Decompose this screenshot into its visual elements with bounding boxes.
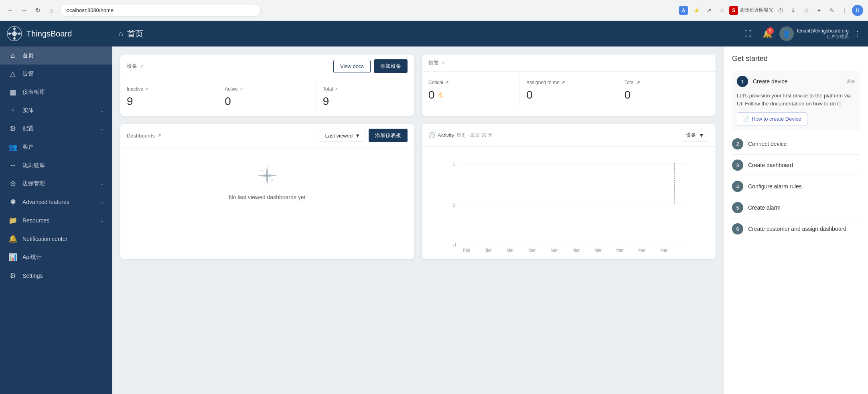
sidebar-item-dashboard[interactable]: ▦ 仪表板库 (0, 83, 112, 101)
edit-icon[interactable]: ✎ (826, 5, 838, 16)
active-arrow[interactable]: ↗ (239, 87, 243, 91)
clock-icon[interactable]: ⏱ (775, 5, 786, 16)
content-area: 设备 ↗ View docs 添加设备 Inactive ↗ (112, 46, 724, 394)
activity-chart-svg: 1 0 -1 Feb 29 Mar (428, 153, 709, 253)
step-3-item[interactable]: 3 Create dashboard (732, 155, 860, 176)
user-info[interactable]: 👤 tenant@thingsboard.org 租户管理员 (779, 26, 849, 41)
sidebar-item-resources[interactable]: 📁 Resources ⌄ (0, 211, 112, 230)
step-2-item[interactable]: 2 Connect device (732, 133, 860, 155)
sidebar-item-label: Resources (22, 217, 95, 224)
notification-button[interactable]: 🔔 9 (760, 26, 775, 41)
last-viewed-dropdown[interactable]: Last viewed ▼ (320, 130, 365, 141)
assigned-arrow[interactable]: ↗ (561, 80, 565, 85)
extensions-icon[interactable]: ✦ (813, 5, 825, 16)
inactive-arrow[interactable]: ↗ (145, 87, 148, 91)
sidebar-item-notification[interactable]: 🔔 Notification center (0, 230, 112, 248)
sidebar-item-edge[interactable]: ⊝ 边缘管理 ⌄ (0, 174, 112, 193)
chrome-user-avatar[interactable]: U (852, 5, 863, 16)
activity-title: 🕐 Activity 历史 · 最后 30 天 (428, 132, 493, 139)
rule-icon: ↔ (8, 161, 18, 170)
svg-text:0: 0 (453, 203, 455, 208)
dashboard-title-arrow[interactable]: ↗ (157, 133, 161, 138)
activity-card: 🕐 Activity 历史 · 最后 30 天 设备 ▼ 1 (422, 124, 716, 259)
content-grid: 设备 ↗ View docs 添加设备 Inactive ↗ (120, 55, 716, 259)
share-icon[interactable]: ⇗ (704, 5, 715, 16)
activity-card-header: 🕐 Activity 历史 · 最后 30 天 设备 ▼ (422, 124, 716, 147)
bookmark-icon[interactable]: ☆ (801, 5, 812, 16)
download-icon[interactable]: ⇓ (788, 5, 799, 16)
svg-marker-7 (266, 176, 268, 186)
svg-point-4 (8, 32, 11, 35)
svg-point-3 (13, 37, 16, 40)
star-icon[interactable]: ☆ (716, 5, 728, 16)
device-title-arrow[interactable]: ↗ (140, 63, 144, 69)
svg-point-1 (12, 31, 17, 36)
chevron-down-icon: ⌄ (100, 126, 104, 131)
dashboard-card-header: Dashboards ↗ Last viewed ▼ 添加仪表板 (120, 124, 414, 147)
more-icon[interactable]: ⋮ (839, 5, 850, 16)
device-card-title: 设备 ↗ (127, 63, 144, 70)
view-docs-button[interactable]: View docs (333, 60, 371, 73)
api-icon: 📊 (8, 253, 18, 262)
dashboard-card-actions: Last viewed ▼ 添加仪表板 (320, 129, 408, 142)
user-email: tenant@thingsboard.org (797, 28, 849, 34)
config-icon: ⚙ (8, 124, 18, 133)
sidebar-item-api[interactable]: 📊 Api统计 (0, 248, 112, 267)
chevron-down-icon: ⌄ (100, 218, 104, 223)
svg-point-2 (13, 28, 16, 30)
inactive-value: 9 (127, 95, 211, 108)
edge-icon: ⊝ (8, 179, 18, 188)
sidebar-item-settings[interactable]: ⚙ Settings (0, 267, 112, 285)
sidebar-item-entity[interactable]: ◦ 实体 ⌄ (0, 101, 112, 119)
lightning-icon[interactable]: ⚡ (691, 5, 702, 16)
translate-icon[interactable]: A (678, 5, 689, 16)
address-bar[interactable]: localhost:8080/home (60, 4, 261, 17)
header-menu-button[interactable]: ⋮ (854, 29, 862, 38)
total-arrow[interactable]: ↗ (335, 87, 338, 91)
fullscreen-button[interactable]: ⛶ (741, 26, 755, 41)
get-started-panel: Get started 1 Create device 设备 Let's pro… (724, 46, 868, 394)
sidebar-item-alarm[interactable]: △ 告警 (0, 65, 112, 83)
how-to-create-device-button[interactable]: 📄 How to create Device (737, 112, 807, 125)
sidebar-item-advanced[interactable]: ✱ Advanced features ⌄ (0, 193, 112, 211)
sidebar-item-config[interactable]: ⚙ 配置 ⌄ (0, 119, 112, 138)
step-1-expanded: 1 Create device 设备 Let's provision your … (732, 71, 860, 130)
sidebar-item-home[interactable]: ⌂ 首页 (0, 46, 112, 65)
home-button[interactable]: ⌂ (46, 5, 57, 16)
entity-icon: ◦ (8, 106, 18, 115)
step-5-item[interactable]: 5 Create alarm (732, 197, 860, 218)
back-button[interactable]: ← (5, 5, 16, 16)
header-home-icon: ⌂ (119, 30, 123, 38)
device-card: 设备 ↗ View docs 添加设备 Inactive ↗ (120, 55, 414, 116)
browser-nav-buttons: ← → ↻ ⌂ (5, 5, 57, 16)
step-4-item[interactable]: 4 Configure alarm rules (732, 176, 860, 197)
forward-button[interactable]: → (18, 5, 30, 16)
sidebar-item-label: 边缘管理 (22, 180, 95, 187)
svg-text:-1: -1 (453, 242, 457, 247)
clock-icon: 🕐 (428, 132, 435, 138)
critical-arrow[interactable]: ↗ (445, 80, 449, 85)
add-dashboard-button[interactable]: 添加仪表板 (369, 129, 408, 142)
refresh-button[interactable]: ↻ (32, 5, 43, 16)
alarm-stats: Critical ↗ 0 ⚠ Assigned to me ↗ (422, 72, 716, 109)
step-1-label: Create device (753, 78, 787, 85)
user-avatar: 👤 (779, 26, 794, 41)
dashboard-card: Dashboards ↗ Last viewed ▼ 添加仪表板 (120, 124, 414, 259)
activity-device-dropdown[interactable]: 设备 ▼ (681, 129, 709, 141)
sidebar-item-customer[interactable]: 👥 客户 (0, 138, 112, 156)
svg-point-12 (272, 170, 273, 172)
alarm-total-arrow[interactable]: ↗ (636, 80, 640, 85)
sidebar-item-label: Settings (22, 273, 104, 279)
dashboard-icon: ▦ (8, 88, 18, 97)
sidebar: ⌂ 首页 △ 告警 ▦ 仪表板库 ◦ 实体 ⌄ ⚙ 配置 ⌄ 👥 (0, 46, 112, 394)
add-device-button[interactable]: 添加设备 (374, 59, 408, 73)
svg-text:06: 06 (507, 252, 511, 253)
sidebar-item-rule[interactable]: ↔ 规则链库 (0, 156, 112, 174)
sidebar-item-label: 客户 (22, 143, 104, 151)
warning-icon: ⚠ (437, 91, 444, 99)
step-6-item[interactable]: 6 Create customer and assign dashboard (732, 218, 860, 239)
alarm-title-arrow[interactable]: ↗ (441, 60, 445, 66)
svg-text:24: 24 (639, 252, 643, 253)
sidebar-item-label: Advanced features (22, 199, 95, 205)
chevron-down-icon: ⌄ (100, 108, 104, 113)
